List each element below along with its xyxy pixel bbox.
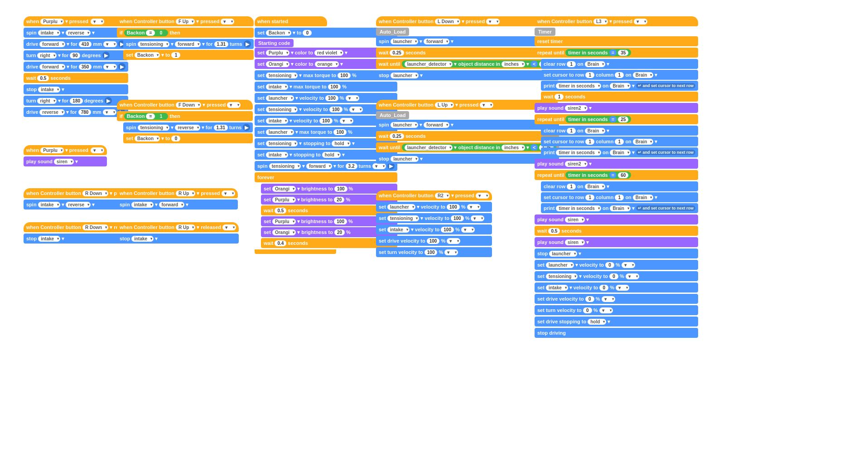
block-wait-until-launcher-detector-2: wait until launcher_detector ▾ object di… <box>376 142 559 152</box>
block-clear-row-1-brain-3: clear row 1 on Brain ▾ <box>541 181 698 191</box>
hat-r2-pressed: when Controller button R2 ▾ pressed ▾ <box>376 190 492 200</box>
hat-l-up-pressed: when Controller button L Up ▾ pressed ▾ <box>376 100 559 110</box>
block-spin-intake-forward: spin intake ▾ forward ▾ <box>117 200 238 210</box>
block-play-sound-siren: play sound siren ▾ <box>24 156 107 166</box>
block-set-intake-max-torque: set intake ▾ max torque to 100 % <box>255 82 397 92</box>
block-print-timer-brain-2: print timer in seconds on Brain ▾ ↵ and … <box>541 147 698 157</box>
block-stop-intake: stop intake ▾ <box>24 84 128 94</box>
block-stop-launcher: stop launcher ▾ <box>376 70 559 80</box>
block-spin-intake-reverse: spin intake ▾ reverse ▾ <box>24 28 128 38</box>
hat-r-up-pressed: when Controller button R Up ▾ pressed ▾ <box>117 188 238 198</box>
block-set-cursor-row-1-col-1-brain-3: set cursor to row 1 column 1 on Brain ▾ <box>541 192 698 202</box>
auto-load-label: Auto_Load <box>376 28 409 36</box>
block-turn-right-180: turn right ▾ for 180 degrees ▶ <box>24 96 128 106</box>
block-set-cursor-row-1-col-1-brain-2: set cursor to row 1 column 1 on Brain ▾ <box>541 136 698 146</box>
group-l3-pressed: when Controller button L3 ▾ pressed ▾ Ti… <box>535 16 698 339</box>
group-purplu-pressed: when Purplu ▾ pressed ▾ spin intake ▾ re… <box>24 16 128 118</box>
block-set-turn-velocity-100: set turn velocity to 100 % ▾ <box>376 247 492 257</box>
group-purplu-sound: when Purplu ▾ pressed ▾ play sound siren… <box>24 145 107 167</box>
hat-l-down-pressed: when Controller button L Down ▾ pressed … <box>376 16 559 26</box>
block-set-launcher-velocity-0: set launcher ▾ velocity to 0 % ▾ <box>535 260 698 270</box>
repeat-body-35: clear row 1 on Brain ▾ set cursor to row… <box>541 59 698 102</box>
block-drive-reverse-780: drive reverse ▾ for 780 mm ▾ ▶ <box>24 107 128 117</box>
hat-f-up-pressed: when Controller button F Up ▾ pressed ▾ <box>117 16 254 26</box>
group-f-up-pressed: when Controller button F Up ▾ pressed ▾ … <box>117 16 254 61</box>
forever-footer <box>255 249 336 254</box>
block-wait-05-3: wait 0.5 seconds <box>535 226 698 236</box>
block-set-intake-velocity-100: set intake ▾ velocity to 100 % ▾ <box>376 224 492 234</box>
block-stop-launcher-2: stop launcher ▾ <box>376 154 559 164</box>
hat-when-purplu-pressed: when Purplu ▾ pressed ▾ <box>24 16 128 26</box>
block-spin-tensioning-forward-131: spin tensioning ▾ forward ▾ for 1.31 tur… <box>123 39 254 49</box>
block-stop-intake-3: stop intake ▾ <box>117 234 239 244</box>
if-body-1: spin tensioning ▾ forward ▾ for 1.31 tur… <box>123 39 254 61</box>
timer-label: Timer <box>535 28 555 36</box>
block-spin-tensioning-reverse-131: spin tensioning ▾ reverse ▾ for 1.31 tur… <box>123 122 253 132</box>
group-r-up-pressed: when Controller button R Up ▾ pressed ▾ … <box>117 188 238 210</box>
block-spin-launcher-forward-2: spin launcher ▾ forward ▾ <box>376 120 559 130</box>
block-if-backon-0: if Backon = 0 then <box>117 28 254 38</box>
block-set-intake-velocity-0: set intake ▾ velocity to 0 % ▾ <box>535 283 698 292</box>
repeat-body-25: clear row 1 on Brain ▾ set cursor to row… <box>541 126 698 158</box>
block-print-timer-brain-3: print timer in seconds on Brain ▾ ↵ and … <box>541 203 698 213</box>
block-spin-launcher-forward: spin launcher ▾ forward ▾ <box>376 36 559 46</box>
block-wait-05: wait 0.5 seconds <box>24 73 128 83</box>
canvas: when Purplu ▾ pressed ▾ spin intake ▾ re… <box>0 0 868 468</box>
block-play-sound-siren2-2: play sound siren2 ▾ <box>535 159 698 169</box>
group-r2-pressed: when Controller button R2 ▾ pressed ▾ se… <box>376 190 492 258</box>
block-repeat-until-35: repeat until timer in seconds = 35 <box>535 48 698 58</box>
block-play-sound-siren2: play sound siren2 ▾ <box>535 103 698 113</box>
group-f-down-pressed: when Controller button F Down ▾ pressed … <box>117 100 253 144</box>
block-set-cursor-row-1-col-1-brain: set cursor to row 1 column 1 on Brain ▾ <box>541 70 698 80</box>
block-set-launcher-velocity-100: set launcher ▾ velocity to 100 % ▾ <box>376 202 492 212</box>
block-drive-forward-350: drive forward ▾ for 350 mm ▾ ▶ <box>24 62 128 72</box>
block-forever: forever <box>255 172 397 182</box>
block-play-sound-siren-3: play sound siren ▾ <box>535 214 698 224</box>
auto-load-label-2: Auto_Load <box>376 111 409 119</box>
hat-when-purplu-pressed-2: when Purplu ▾ pressed ▾ <box>24 145 107 155</box>
block-turn-right-90: turn right ▾ for 90 degrees ▶ <box>24 50 128 60</box>
block-set-backon-0: set Backon ▾ to 0 <box>123 133 253 143</box>
starting-code-label: Starting code <box>255 39 294 47</box>
block-wait-025: wait 0.25 seconds <box>376 48 559 58</box>
block-wait-1: wait 1 seconds <box>541 92 698 102</box>
block-set-tensioning-velocity-0: set tensioning ▾ velocity to 0 % ▾ <box>535 271 698 281</box>
block-stop-launcher-3: stop launcher ▾ <box>535 249 698 258</box>
group-l-down-pressed: when Controller button L Down ▾ pressed … <box>376 16 559 81</box>
block-if-backon-1: if Backon = 1 then <box>117 111 253 121</box>
hat-when-started: when started <box>255 16 327 26</box>
block-repeat-until-60: repeat until timer in seconds = 60 <box>535 170 698 180</box>
block-set-backon-1: set Backon ▾ to 1 <box>123 50 254 60</box>
block-clear-row-1-brain: clear row 1 on Brain ▾ <box>541 59 698 69</box>
block-set-tensioning-velocity-100: set tensioning ▾ velocity to 100 % ▾ <box>376 213 492 223</box>
hat-r-up-released: when Controller button R Up ▾ released ▾ <box>117 222 239 232</box>
hat-l3-pressed: when Controller button L3 ▾ pressed ▾ <box>535 16 698 26</box>
block-drive-forward-410: drive forward ▾ for 410 mm ▾ ▶ <box>24 39 128 49</box>
block-wait-025-2: wait 0.25 seconds <box>376 131 559 141</box>
block-print-timer-brain: print timer in seconds on Brain ▾ ↵ and … <box>541 81 698 91</box>
block-repeat-until-25: repeat until timer in seconds = 25 <box>535 114 698 124</box>
if-body-2: spin tensioning ▾ reverse ▾ for 1.31 tur… <box>123 122 253 144</box>
block-set-drive-stopping-hold: set drive stopping to hold ▾ <box>535 317 698 327</box>
block-reset-timer: reset timer <box>535 36 698 46</box>
block-set-drive-velocity-100: set drive velocity to 100 % ▾ <box>376 236 492 246</box>
block-stop-driving: stop driving <box>535 328 698 338</box>
block-wait-until-launcher-detector: wait until launcher_detector ▾ object di… <box>376 59 559 69</box>
block-set-drive-velocity-0: set drive velocity to 0 % ▾ <box>535 294 698 304</box>
block-clear-row-1-brain-2: clear row 1 on Brain ▾ <box>541 126 698 136</box>
block-set-turn-velocity-0: set turn velocity to 0 % ▾ <box>535 305 698 315</box>
repeat-body-60: clear row 1 on Brain ▾ set cursor to row… <box>541 181 698 214</box>
group-l-up-pressed: when Controller button L Up ▾ pressed ▾ … <box>376 100 559 165</box>
block-play-sound-siren-4: play sound siren ▾ <box>535 237 698 247</box>
group-r-up-released: when Controller button R Up ▾ released ▾… <box>117 222 239 244</box>
hat-f-down-pressed: when Controller button F Down ▾ pressed … <box>117 100 253 110</box>
